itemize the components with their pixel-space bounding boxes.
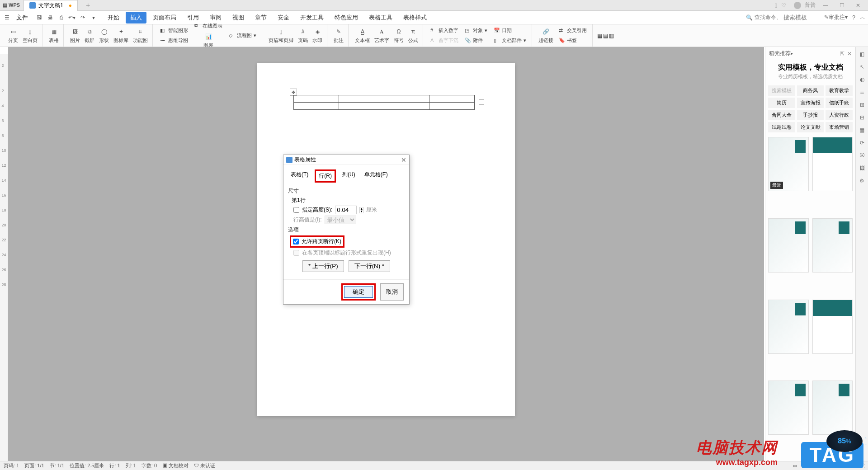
insert-number-button[interactable]: #插入数字	[428, 26, 461, 35]
object-button[interactable]: ◳对象▾	[462, 26, 490, 35]
app-logo: ▤ WPS	[3, 2, 20, 8]
header-footer-button[interactable]: ▯页眉和页脚	[267, 26, 295, 46]
textbox-button[interactable]: A̲文本框	[353, 26, 372, 46]
ribbon-tab-1[interactable]: 插入	[126, 12, 146, 24]
crossref-button[interactable]: ⇄交叉引用	[556, 26, 590, 35]
wordart-button[interactable]: 𝐀艺术字	[373, 26, 391, 46]
equation-button[interactable]: π公式	[406, 26, 420, 46]
collapse-ribbon-icon[interactable]: ︿	[860, 14, 865, 21]
ribbon-tab-11[interactable]: 表格样式	[399, 12, 431, 24]
ribbon-tab-5[interactable]: 视图	[228, 12, 249, 24]
redo-icon[interactable]: ↷	[79, 14, 87, 22]
print-preview-icon[interactable]: ⎙	[57, 14, 65, 22]
bookmark-button[interactable]: 🔖书签	[556, 36, 590, 45]
chart-button[interactable]: 📊图表	[192, 31, 225, 47]
ribbon-extra-icon3[interactable]: ▥	[609, 33, 614, 39]
badge-icon[interactable]: ▯	[774, 2, 778, 9]
command-search[interactable]: 🔍 查找命令、	[746, 14, 820, 21]
menubar: ☰ 文件 🖫 🖶 ⎙ ↶▾ ↷ ▾ 开始插入页面布局引用审阅视图章节安全开发工具…	[0, 11, 868, 24]
function-chart-button[interactable]: ⌗功能图	[131, 26, 150, 46]
attachment-button[interactable]: 📎附件	[462, 36, 490, 45]
search-input[interactable]	[783, 14, 820, 21]
table-button[interactable]: ▦表格	[47, 26, 61, 46]
ribbon-tab-6[interactable]: 章节	[250, 12, 271, 24]
add-tab-button[interactable]: +	[81, 1, 94, 9]
ribbon: ▭分页 ▯空白页 ▦表格 🖼图片 ⧉截屏 ◯形状 ✦图标库 ⌗功能图 ◧智能图形…	[0, 24, 868, 47]
picture-button[interactable]: 🖼图片	[68, 26, 82, 46]
minimize-button[interactable]: —	[819, 2, 832, 9]
ribbon-tab-7[interactable]: 安全	[273, 12, 294, 24]
page-number-button[interactable]: #页码	[296, 26, 310, 46]
search-icon: 🔍	[746, 14, 753, 21]
ribbon-extra-icon2[interactable]: ▤	[603, 33, 608, 39]
ribbon-tabs: 开始插入页面布局引用审阅视图章节安全开发工具特色应用表格工具表格样式	[103, 12, 431, 24]
save-icon[interactable]: 🖫	[35, 14, 43, 22]
maximize-button[interactable]: ☐	[835, 2, 848, 9]
titlebar: ▤ WPS 文字文稿1 ● + ▯ ♡ 普普 — ☐ ✕	[0, 0, 868, 11]
icon-library-button[interactable]: ✦图标库	[112, 26, 130, 46]
dropcap-button[interactable]: A首字下沉	[428, 36, 461, 45]
screenshot-button[interactable]: ⧉截屏	[83, 26, 96, 46]
doc-tab-label: 文字文稿1	[38, 2, 63, 9]
approve-button[interactable]: ✎审批注▾	[824, 14, 848, 21]
hamburger-icon[interactable]: ☰	[3, 14, 11, 22]
dirty-indicator: ●	[69, 2, 72, 9]
skin-icon[interactable]: ♡	[781, 2, 786, 9]
docparts-button[interactable]: ▯文档部件▾	[491, 36, 529, 45]
shapes-button[interactable]: ◯形状	[97, 26, 111, 46]
qat-customize-icon[interactable]: ▾	[90, 14, 98, 22]
ribbon-tab-2[interactable]: 页面布局	[148, 12, 181, 24]
document-tab[interactable]: 文字文稿1 ●	[24, 0, 78, 11]
file-menu[interactable]: 文件	[12, 12, 33, 23]
doc-icon	[29, 2, 36, 9]
user-avatar[interactable]	[794, 2, 801, 9]
smartart-button[interactable]: ◧智能图形	[157, 26, 191, 35]
online-chart-button[interactable]: ⧉在线图表	[192, 21, 225, 30]
print-direct-icon[interactable]: 🖶	[46, 14, 54, 22]
ribbon-tab-9[interactable]: 特色应用	[330, 12, 363, 24]
page-break-button[interactable]: ▭分页	[6, 26, 20, 46]
hyperlink-button[interactable]: 🔗超链接	[537, 26, 555, 46]
help-icon[interactable]: ?	[852, 14, 855, 21]
mindmap-button[interactable]: ⊶思维导图	[157, 36, 191, 45]
ribbon-extra-icon[interactable]: ▦	[597, 33, 602, 39]
flowchart-button[interactable]: ◇流程图▾	[226, 31, 259, 40]
ribbon-tab-10[interactable]: 表格工具	[364, 12, 397, 24]
comment-button[interactable]: ✎批注	[332, 26, 345, 46]
quick-access-toolbar: 🖫 🖶 ⎙ ↶▾ ↷ ▾	[35, 14, 98, 22]
date-button[interactable]: 📅日期	[491, 26, 529, 35]
user-name[interactable]: 普普	[805, 1, 816, 9]
close-button[interactable]: ✕	[852, 2, 864, 9]
blank-page-button[interactable]: ▯空白页	[21, 26, 39, 46]
ribbon-tab-8[interactable]: 开发工具	[296, 12, 328, 24]
undo-icon[interactable]: ↶▾	[68, 14, 76, 22]
watermark-button[interactable]: ◈水印	[311, 26, 324, 46]
symbol-button[interactable]: Ω符号	[392, 26, 406, 46]
ribbon-tab-0[interactable]: 开始	[103, 12, 124, 24]
